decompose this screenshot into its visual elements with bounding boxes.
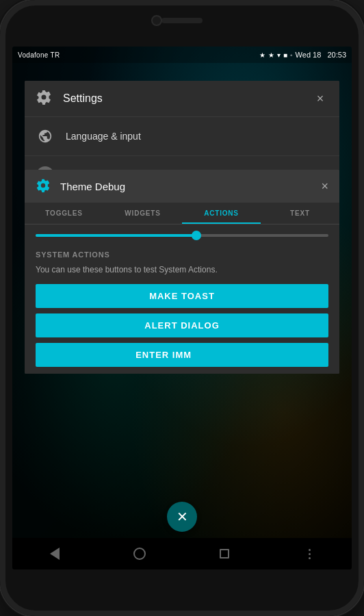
battery-icon: ◦ (290, 51, 293, 59)
bluetooth-icon: ★ (259, 51, 265, 59)
slider-fill (36, 234, 196, 237)
status-bar-right: ★ ★ ▾ ■ ◦ Wed 18 20:53 (259, 51, 346, 59)
fab-button[interactable]: ✕ (167, 502, 197, 532)
system-actions-section: SYSTEM ACTIONS You can use these buttons… (25, 244, 339, 374)
tab-actions[interactable]: ACTIONS (182, 203, 261, 224)
tab-text[interactable]: TEXT (261, 203, 339, 224)
status-bar: Vodafone TR ★ ★ ▾ ■ ◦ Wed 18 20:53 (12, 47, 352, 63)
theme-debug-gear-icon (36, 178, 52, 194)
carrier-text: Vodafone TR (18, 51, 60, 59)
tabs-bar: TOGGLES WIDGETS ACTIONS TEXT (25, 203, 339, 224)
fab-close-icon: ✕ (177, 509, 188, 525)
tab-widgets[interactable]: WIDGETS (103, 203, 182, 224)
enter-immersive-button[interactable]: ENTER IMMERSIVE (36, 343, 328, 367)
theme-debug-close-button[interactable]: × (321, 179, 328, 194)
slider-thumb[interactable] (192, 231, 201, 240)
signal-icon: ■ (283, 51, 287, 59)
phone-shell: Vodafone TR ★ ★ ▾ ■ ◦ Wed 18 20:53 (0, 0, 364, 616)
screen: Vodafone TR ★ ★ ▾ ■ ◦ Wed 18 20:53 (12, 47, 352, 569)
language-input-item[interactable]: Language & input (25, 117, 339, 156)
settings-header: Settings × (25, 81, 339, 117)
time-display: Wed 18 20:53 (296, 51, 346, 59)
slider-track (36, 234, 328, 237)
settings-title: Settings (63, 92, 312, 105)
theme-debug-title: Theme Debug (60, 181, 321, 192)
language-input-label: Language & input (66, 131, 141, 142)
wifi-icon: ▾ (277, 51, 281, 59)
tab-toggles[interactable]: TOGGLES (25, 203, 103, 224)
make-toast-button[interactable]: MAKE TOAST (36, 284, 328, 308)
theme-debug-panel: Theme Debug × TOGGLES WIDGETS ACTIONS TE… (25, 170, 339, 374)
system-actions-description: You can use these buttons to test System… (36, 264, 328, 276)
settings-close-button[interactable]: × (312, 90, 328, 107)
camera (151, 15, 162, 26)
system-actions-title: SYSTEM ACTIONS (36, 251, 328, 259)
slider-container[interactable] (25, 224, 339, 244)
star-icon: ★ (268, 51, 274, 59)
alert-dialog-button[interactable]: ALERT DIALOG (36, 313, 328, 337)
speaker (161, 18, 203, 23)
globe-icon (36, 127, 55, 146)
settings-gear-icon (36, 89, 55, 108)
theme-debug-header: Theme Debug × (25, 170, 339, 203)
